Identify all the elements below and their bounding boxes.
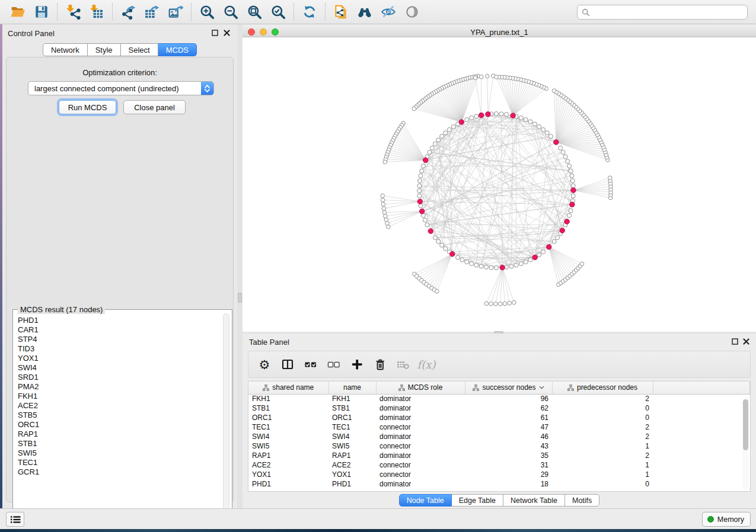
optimization-criterion-dropdown[interactable]: largest connected component (undirected)	[28, 81, 214, 95]
graph-node[interactable]	[505, 113, 509, 117]
table-row[interactable]: RAP1RAP1dominator352	[248, 451, 750, 460]
network-canvas[interactable]	[243, 37, 756, 332]
graph-leaf-node[interactable]	[473, 76, 477, 80]
tab-select[interactable]: Select	[121, 43, 158, 56]
graph-leaf-node[interactable]	[608, 176, 613, 180]
result-item[interactable]: TID3	[18, 344, 224, 354]
import-network-button[interactable]	[61, 2, 85, 22]
result-item[interactable]: STB1	[18, 439, 224, 448]
zoom-out-button[interactable]	[219, 2, 243, 22]
graph-node[interactable]	[418, 179, 422, 183]
graph-node[interactable]	[570, 174, 574, 178]
graph-node[interactable]	[484, 265, 489, 269]
zoom-selected-button[interactable]	[266, 2, 290, 22]
tab-network[interactable]: Network	[43, 43, 88, 56]
graph-leaf-node[interactable]	[383, 160, 387, 164]
graph-leaf-node[interactable]	[382, 207, 386, 211]
result-item[interactable]: CAR1	[18, 325, 224, 335]
mcds-node[interactable]	[560, 228, 564, 233]
open-file-button[interactable]	[6, 2, 30, 22]
tab-style[interactable]: Style	[88, 43, 121, 56]
graph-node[interactable]	[537, 253, 541, 257]
graph-node[interactable]	[419, 204, 423, 208]
graph-node[interactable]	[470, 116, 474, 120]
result-item[interactable]: SRD1	[18, 373, 224, 382]
graph-node[interactable]	[561, 150, 565, 155]
result-item[interactable]: SWI4	[18, 363, 224, 373]
first-neighbors-button[interactable]	[353, 2, 377, 22]
zoom-in-button[interactable]	[195, 2, 219, 22]
graph-node[interactable]	[569, 209, 573, 213]
graph-leaf-node[interactable]	[512, 300, 516, 305]
graph-node[interactable]	[417, 189, 422, 193]
graph-node[interactable]	[440, 243, 444, 247]
graph-node[interactable]	[433, 142, 437, 146]
export-image-button[interactable]	[164, 2, 187, 22]
result-list-scrollbar[interactable]	[223, 313, 229, 525]
graph-node[interactable]	[417, 184, 422, 188]
float-window-icon[interactable]	[212, 30, 218, 36]
graph-leaf-node[interactable]	[381, 194, 385, 198]
graph-node[interactable]	[465, 117, 469, 121]
graph-node[interactable]	[436, 138, 441, 142]
run-mcds-button[interactable]: Run MCDS	[59, 100, 116, 114]
graph-leaf-node[interactable]	[580, 262, 584, 266]
mcds-node[interactable]	[417, 199, 422, 204]
zoom-fit-button[interactable]	[243, 2, 266, 22]
table-row[interactable]: ACE2ACE2connector311	[248, 460, 750, 470]
graph-leaf-node[interactable]	[486, 74, 490, 78]
graph-node[interactable]	[559, 146, 563, 150]
result-item[interactable]: FKH1	[18, 392, 224, 401]
mcds-node[interactable]	[479, 113, 484, 117]
graph-node[interactable]	[465, 260, 469, 264]
graph-node[interactable]	[495, 112, 499, 116]
search-box[interactable]	[577, 5, 748, 20]
graph-node[interactable]	[537, 124, 541, 129]
show-all-button[interactable]	[400, 2, 424, 22]
graph-node[interactable]	[470, 262, 474, 266]
refresh-button[interactable]	[298, 2, 321, 22]
column-header-MCDS-role[interactable]: MCDS role	[376, 382, 465, 394]
graph-leaf-node[interactable]	[381, 203, 385, 207]
graph-node[interactable]	[563, 155, 567, 159]
tab-edge-table[interactable]: Edge Table	[452, 494, 503, 507]
table-row[interactable]: PHD1PHD1dominator180	[248, 479, 750, 489]
graph-leaf-node[interactable]	[552, 89, 556, 93]
graph-node[interactable]	[495, 266, 499, 270]
table-row[interactable]: TEC1TEC1connector472	[248, 422, 750, 432]
deselect-all-button[interactable]	[325, 355, 343, 374]
graph-node[interactable]	[425, 223, 429, 227]
graph-node[interactable]	[421, 164, 425, 168]
export-network-button[interactable]	[116, 2, 140, 22]
graph-node[interactable]	[423, 218, 427, 222]
vertical-splitter[interactable]	[237, 25, 243, 508]
graph-leaf-node[interactable]	[381, 198, 385, 202]
graph-node[interactable]	[569, 169, 573, 173]
graph-node[interactable]	[528, 120, 532, 124]
table-settings-button[interactable]: ⚙	[256, 355, 273, 374]
mcds-node[interactable]	[564, 219, 569, 224]
graph-node[interactable]	[548, 134, 553, 139]
graph-node[interactable]	[447, 127, 451, 132]
graph-node[interactable]	[430, 146, 434, 150]
table-row[interactable]: SWI5SWI5connector431	[248, 441, 750, 451]
graph-node[interactable]	[460, 258, 464, 262]
graph-node[interactable]	[567, 164, 572, 168]
result-item[interactable]: SWI5	[18, 448, 224, 458]
graph-leaf-node[interactable]	[479, 75, 483, 79]
graph-node[interactable]	[428, 150, 432, 155]
table-scrollbar[interactable]	[742, 397, 749, 490]
graph-leaf-node[interactable]	[503, 302, 507, 306]
result-item[interactable]: ORC1	[18, 420, 224, 430]
graph-node[interactable]	[541, 127, 546, 132]
graph-node[interactable]	[440, 134, 444, 139]
mcds-node[interactable]	[500, 265, 505, 270]
mcds-node[interactable]	[570, 202, 575, 207]
result-item[interactable]: YOX1	[18, 354, 224, 363]
mcds-node[interactable]	[420, 209, 425, 214]
graph-node[interactable]	[556, 236, 560, 240]
graph-leaf-node[interactable]	[494, 302, 498, 306]
graph-node[interactable]	[552, 239, 556, 243]
result-item[interactable]: STP4	[18, 335, 224, 344]
table-close-panel-icon[interactable]	[743, 338, 749, 345]
